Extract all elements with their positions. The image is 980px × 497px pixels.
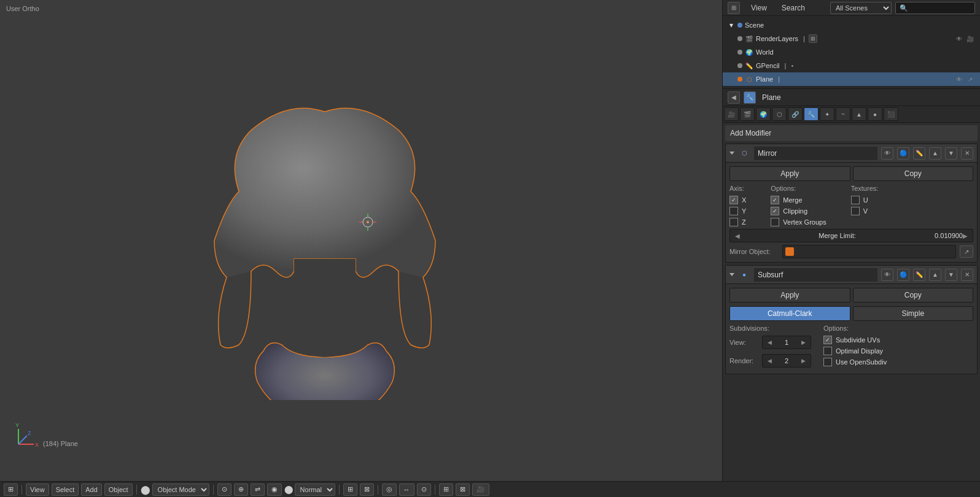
subsurf-down-icon[interactable]: ▼ — [945, 269, 957, 281]
simple-button[interactable]: Simple — [853, 306, 974, 321]
merge-checkbox[interactable] — [771, 196, 779, 204]
pivot-btn[interactable]: ⊙ — [417, 484, 431, 496]
clipping-checkbox[interactable] — [771, 207, 779, 215]
mirror-object-row: Mirror Object: ↗ — [729, 245, 973, 258]
subsurf-edit-icon[interactable]: ✏️ — [913, 269, 925, 281]
axis-y-checkbox[interactable] — [729, 207, 738, 215]
outliner-scene[interactable]: ▾ Scene — [723, 18, 980, 32]
catmull-clark-button[interactable]: Catmull-Clark — [729, 306, 850, 321]
scene-select[interactable]: All Scenes — [830, 2, 892, 14]
rl-render[interactable]: 🎥 — [965, 34, 975, 44]
search-input[interactable] — [895, 2, 975, 14]
outliner-plane[interactable]: ⬡ Plane | 👁 ↗ — [723, 72, 980, 86]
optimal-display-checkbox[interactable] — [823, 347, 832, 355]
shading-wire[interactable]: ⊕ — [234, 484, 248, 496]
subsurf-render-icon[interactable]: 👁 — [881, 269, 893, 281]
subsurf-viewport-icon[interactable]: 🔵 — [897, 269, 909, 281]
layer-btn[interactable]: ⊠ — [456, 484, 470, 496]
snap-btn[interactable]: ⊠ — [360, 484, 374, 496]
subsurf-close-icon[interactable]: ✕ — [961, 269, 973, 281]
subsurf-up-icon[interactable]: ▲ — [929, 269, 941, 281]
mirror-viewport-icon[interactable]: 🔵 — [897, 147, 909, 160]
scene-expand-icon: ▾ — [728, 21, 735, 29]
use-opensubdiv-checkbox[interactable] — [823, 358, 832, 366]
rl-btn[interactable]: ⊞ — [809, 34, 817, 43]
render-btn[interactable]: 🎥 — [472, 484, 489, 496]
outliner-icon1[interactable]: ⊞ — [728, 2, 740, 14]
mirror-edit-icon[interactable]: ✏️ — [913, 147, 925, 160]
mirror-object-field[interactable] — [782, 245, 956, 258]
mode-select[interactable]: Object Mode Edit Mode — [152, 484, 209, 496]
view-button[interactable]: View — [26, 484, 49, 496]
mirror-up-icon[interactable]: ▲ — [929, 147, 941, 160]
view-menu[interactable]: View — [747, 2, 771, 13]
merge-limit-field[interactable]: ◀ Merge Limit: 0.010900 ▶ — [729, 229, 973, 242]
object-button[interactable]: Object — [104, 484, 133, 496]
normal-select[interactable]: Normal — [295, 484, 335, 496]
tab-world[interactable]: 🌍 — [756, 107, 771, 121]
vgroups-checkbox[interactable] — [771, 218, 779, 226]
shading-dots[interactable]: ⊙ — [217, 484, 231, 496]
tab-physics[interactable]: ~ — [836, 107, 850, 121]
subsurf-type-row: Catmull-Clark Simple — [729, 306, 973, 321]
prop-icon1[interactable]: ◀ — [728, 91, 740, 104]
tab-scene[interactable]: 🎬 — [740, 107, 755, 121]
subsurf-apply-button[interactable]: Apply — [729, 288, 850, 302]
mirror-sections: Axis: X Y Z — [729, 185, 973, 226]
plane-cursor[interactable]: ↗ — [965, 74, 975, 84]
mirror-obj-pick[interactable]: ↗ — [960, 245, 973, 258]
viewport[interactable]: User Ortho — [0, 0, 722, 481]
tab-data[interactable]: ▲ — [852, 107, 866, 121]
options-header: Options: — [771, 185, 826, 192]
add-modifier-button[interactable]: Add Modifier — [725, 125, 978, 141]
axis-x-checkbox[interactable] — [729, 196, 738, 204]
vgroups-row: Vertex Groups — [771, 218, 826, 226]
search-menu[interactable]: Search — [778, 2, 809, 13]
render-field[interactable]: ◀ 2 ▶ — [762, 354, 811, 368]
global-btn[interactable]: ⊞ — [439, 484, 453, 496]
mirror-name-input[interactable] — [754, 147, 877, 160]
add-button[interactable]: Add — [81, 484, 102, 496]
subsurf-visibility-icon[interactable]: ● — [738, 269, 750, 281]
mirror-render-icon[interactable]: 👁 — [881, 147, 893, 160]
view-field[interactable]: ◀ 1 ▶ — [762, 336, 811, 349]
tab-render[interactable]: 🎥 — [724, 107, 739, 121]
prop-icon2[interactable]: 🔧 — [744, 91, 756, 104]
mirror-apply-button[interactable]: Apply — [729, 166, 850, 181]
viewport-toggle[interactable]: ⊞ — [4, 484, 18, 496]
transform-btn[interactable]: ↔ — [399, 484, 414, 496]
subsurf-copy-button[interactable]: Copy — [853, 288, 974, 302]
select-button[interactable]: Select — [52, 484, 79, 496]
tab-material[interactable]: ● — [868, 107, 882, 121]
svg-point-5 — [367, 221, 369, 223]
rl-eyes[interactable]: 👁 🎥 — [954, 34, 975, 44]
plane-eye[interactable]: 👁 — [954, 74, 964, 84]
grid-btn[interactable]: ⊞ — [343, 484, 357, 496]
outliner-gpencil[interactable]: ✏️ GPencil | • — [723, 59, 980, 72]
mirror-expand-icon — [729, 152, 734, 155]
outliner-renderlayers[interactable]: 🎬 RenderLayers | ⊞ 👁 🎥 — [723, 32, 980, 45]
tab-texture[interactable]: ⬛ — [884, 107, 898, 121]
subsurf-name-input[interactable] — [754, 268, 877, 282]
plane-eyes[interactable]: 👁 ↗ — [954, 74, 975, 84]
shading-solid[interactable]: ⇌ — [251, 484, 265, 496]
rl-dot — [737, 36, 742, 41]
axis-z-checkbox[interactable] — [729, 218, 738, 226]
u-checkbox[interactable] — [851, 196, 860, 204]
subsurf-options-col: Options: Subdivide UVs Optimal Display — [823, 325, 887, 370]
tab-object[interactable]: ⬡ — [772, 107, 787, 121]
tab-modifiers[interactable]: 🔧 — [804, 107, 819, 121]
proportional-btn[interactable]: ◎ — [382, 484, 397, 496]
outliner-world[interactable]: 🌍 World — [723, 45, 980, 59]
v-checkbox[interactable] — [851, 207, 860, 215]
world-icon: 🌍 — [745, 48, 753, 56]
mirror-copy-button[interactable]: Copy — [853, 166, 974, 181]
mirror-close-icon[interactable]: ✕ — [961, 147, 973, 160]
tab-constraints[interactable]: 🔗 — [788, 107, 803, 121]
mirror-object-label: Mirror Object: — [729, 248, 779, 255]
mirror-down-icon[interactable]: ▼ — [945, 147, 957, 160]
tab-particles[interactable]: ✦ — [820, 107, 834, 121]
subdivide-uvs-checkbox[interactable] — [823, 336, 832, 344]
rl-eye[interactable]: 👁 — [954, 34, 964, 44]
shading-tex[interactable]: ◉ — [267, 484, 282, 496]
